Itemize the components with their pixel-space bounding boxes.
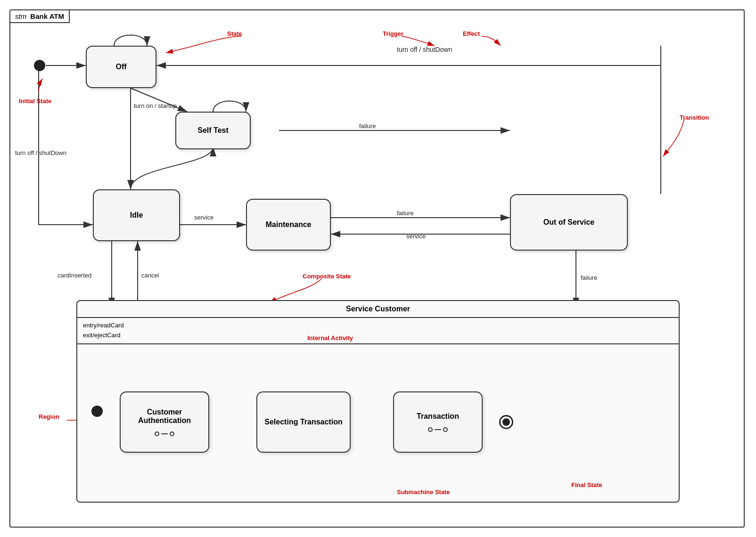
- arrow-selftest-self: [213, 101, 246, 112]
- label-transition: Transition: [680, 114, 709, 121]
- arrow-effect-label: [482, 36, 501, 46]
- state-selecting-label: Selecting Transaction: [264, 418, 342, 426]
- exit-activity: exit/ejectCard: [83, 331, 673, 341]
- diagram-frame: stm Bank ATM: [9, 9, 745, 528]
- label-effect: Effect: [463, 30, 480, 37]
- composite-title: Service Customer: [77, 301, 679, 318]
- state-oos-label: Out of Service: [543, 218, 594, 227]
- custauth-submachine-icon: [155, 431, 174, 436]
- label-region: Region: [39, 413, 59, 420]
- arrow-idle-to-selftest: [131, 147, 213, 189]
- final-state: [499, 415, 513, 429]
- state-maintenance-label: Maintenance: [266, 220, 312, 229]
- sm-circle-tx-right: [443, 427, 448, 432]
- tx-submachine-icon: [428, 427, 448, 432]
- label-failure-selftest: failure: [359, 122, 376, 130]
- initial-state-region: [91, 406, 103, 417]
- label-cancel: cancel: [141, 272, 159, 279]
- state-off-label: Off: [115, 63, 126, 71]
- label-internal-activity: Internal Activity: [307, 334, 353, 342]
- sm-line-tx: [435, 429, 441, 430]
- state-tx-label: Transaction: [417, 412, 459, 421]
- sm-circle-right: [170, 431, 174, 436]
- state-selecting-tx: Selecting Transaction: [256, 391, 351, 453]
- state-transaction: Transaction: [393, 391, 483, 453]
- label-turnoff-top: turn off / shutDown: [397, 46, 452, 53]
- label-failure-oos: failure: [581, 274, 597, 281]
- state-selftest-label: Self Test: [197, 126, 229, 135]
- label-service-idle: service: [194, 214, 214, 221]
- diagram-title: Bank ATM: [30, 12, 64, 20]
- sm-line: [161, 433, 168, 434]
- label-trigger: Trigger: [383, 30, 403, 37]
- arrow-state-label: [166, 36, 241, 53]
- arrow-trigger-label: [402, 36, 435, 46]
- final-state-inner: [502, 418, 510, 426]
- state-custauth-label: Customer Authentication: [121, 408, 208, 425]
- label-state: State: [227, 30, 242, 37]
- label-failure-maint: failure: [397, 210, 413, 217]
- arrow-initial-label: [39, 79, 42, 93]
- composite-service-customer: Service Customer entry/readCard exit/eje…: [76, 300, 680, 503]
- entry-activity: entry/readCard: [83, 321, 673, 331]
- diagram-container: stm Bank ATM: [0, 0, 756, 537]
- label-composite-state: Composite State: [303, 273, 351, 280]
- composite-activities: entry/readCard exit/ejectCard: [77, 318, 679, 344]
- label-initial-state: Initial State: [19, 98, 51, 105]
- arrow-composite-label: [270, 279, 321, 302]
- arrow-off-self-loop: [114, 35, 147, 46]
- state-selftest: Self Test: [175, 112, 251, 149]
- sm-circle-left: [155, 431, 159, 436]
- state-idle-label: Idle: [130, 211, 143, 220]
- label-service-oos: service: [406, 233, 426, 240]
- composite-title-label: Service Customer: [346, 305, 410, 313]
- state-off: Off: [86, 46, 156, 88]
- frame-title: stm Bank ATM: [10, 10, 70, 23]
- label-cardinserted: cardInserted: [58, 272, 91, 279]
- label-submachine-state: Submachine State: [397, 488, 450, 496]
- sm-circle-tx-left: [428, 427, 433, 432]
- label-final-state: Final State: [571, 481, 602, 488]
- arrow-transition-label: [663, 119, 684, 156]
- state-out-of-service: Out of Service: [510, 194, 628, 251]
- state-maintenance: Maintenance: [246, 199, 331, 251]
- label-turnoff-left: turn off / shutDown: [15, 149, 66, 156]
- stm-keyword: stm: [15, 12, 26, 20]
- composite-region: Customer Authentication Selecting Transa…: [77, 344, 679, 490]
- label-turnon: turn on / startup: [134, 102, 177, 109]
- initial-state-main: [34, 60, 45, 71]
- state-customer-auth: Customer Authentication: [120, 391, 209, 453]
- state-idle: Idle: [93, 189, 180, 241]
